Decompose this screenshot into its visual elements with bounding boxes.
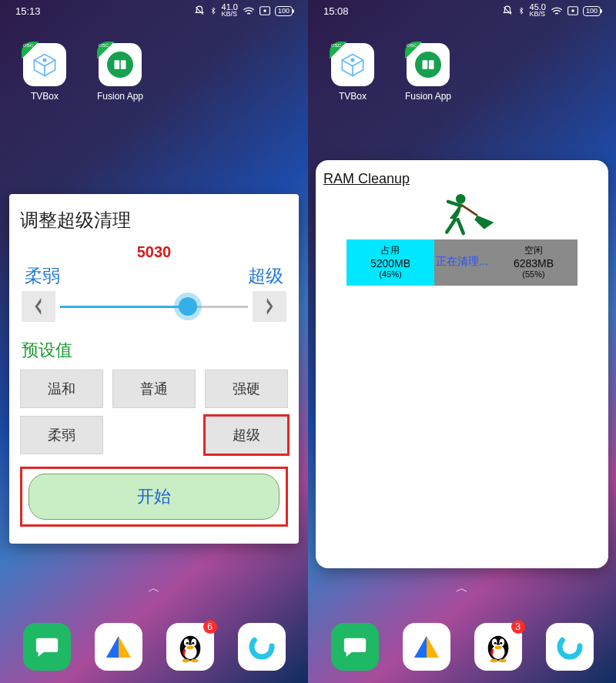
qq-penguin-icon: [176, 631, 205, 663]
battery-icon: 100: [583, 6, 601, 16]
svg-point-19: [351, 59, 353, 61]
preset-button[interactable]: 超级: [205, 416, 288, 454]
sweeping-person-icon: [427, 192, 497, 236]
nav-up-caret-icon[interactable]: ︿: [148, 581, 160, 597]
svg-point-22: [456, 194, 466, 204]
dock-qq[interactable]: 3: [474, 623, 522, 671]
preset-button[interactable]: 强硬: [205, 370, 288, 408]
app-label: Fusion App: [405, 91, 451, 102]
ram-used-segment: 占用 5200MB (45%): [346, 239, 434, 286]
svg-point-11: [186, 642, 188, 644]
dock-qq[interactable]: 6: [166, 623, 214, 671]
osc-badge-icon: OSC: [22, 42, 38, 59]
qq-badge: 6: [203, 620, 217, 634]
triangle-colors-icon: [411, 631, 442, 662]
net-speed: 45.0 KB/S: [530, 4, 546, 18]
svg-rect-21: [429, 60, 434, 69]
svg-rect-3: [115, 60, 120, 69]
preset-button[interactable]: 柔弱: [20, 416, 103, 454]
app-tvbox[interactable]: OSC TVBox: [20, 43, 69, 102]
cleanup-slider[interactable]: [60, 291, 248, 322]
start-button[interactable]: 开始: [28, 474, 280, 520]
volte-icon: [567, 6, 578, 15]
qq-penguin-icon: [484, 631, 513, 663]
cleanup-dialog: 调整超级清理 5030 柔弱 超级 预设值 温和普通强硬柔弱超级 开始: [9, 194, 299, 544]
app-label: TVBox: [31, 91, 59, 102]
svg-point-31: [494, 646, 502, 649]
dnd-icon: [502, 5, 513, 16]
ram-free-segment: 空闲 6283MB (55%): [490, 239, 578, 286]
dnd-icon: [194, 5, 205, 16]
app-tvbox[interactable]: OSC TVBox: [328, 43, 377, 102]
svg-point-18: [572, 10, 574, 12]
svg-marker-6: [106, 636, 119, 658]
svg-rect-4: [121, 60, 126, 69]
home-apps-row: OSC TVBox OSC Fusion App: [20, 43, 145, 102]
bluetooth-icon: [517, 5, 525, 16]
wifi-icon: [243, 6, 255, 15]
app-fusion[interactable]: OSC Fusion App: [95, 43, 145, 102]
dock-app-2[interactable]: [95, 623, 142, 671]
dialog-title: 调整超级清理: [20, 208, 288, 233]
chat-bubble-icon: [34, 634, 60, 660]
status-time: 15:08: [323, 5, 502, 17]
svg-point-29: [494, 642, 496, 644]
dock: 3: [308, 623, 616, 671]
chevron-left-icon: [33, 298, 44, 315]
qq-badge: 3: [511, 620, 525, 634]
home-apps-row: OSC TVBox OSC Fusion App: [328, 43, 453, 102]
net-speed: 41.0 KB/S: [222, 4, 238, 18]
slider-readout: 5030: [20, 243, 288, 261]
wifi-icon: [551, 6, 563, 15]
dock-messages[interactable]: [331, 623, 379, 671]
app-label: TVBox: [339, 91, 367, 102]
svg-point-13: [186, 646, 194, 649]
chevron-right-icon: [264, 298, 275, 315]
phone-left: 15:13 41.0 KB/S 100 OSC TVBox: [0, 0, 308, 683]
browser-ring-icon: [554, 631, 585, 662]
fusion-icon: [415, 52, 441, 78]
volte-icon: [259, 6, 270, 15]
status-bar: 15:13 41.0 KB/S 100: [0, 0, 308, 22]
slider-decrement-button[interactable]: [22, 291, 55, 322]
svg-point-30: [500, 642, 502, 644]
ram-cleaning-segment: 正在清理...: [434, 239, 490, 286]
ram-title: RAM Cleanup: [323, 171, 601, 187]
presets-label: 预设值: [22, 339, 286, 362]
osc-badge-icon: OSC: [330, 42, 346, 59]
chat-bubble-icon: [342, 634, 368, 660]
app-label: Fusion App: [97, 91, 143, 102]
svg-point-15: [190, 659, 198, 662]
svg-point-1: [264, 10, 266, 12]
triangle-colors-icon: [103, 631, 134, 662]
slider-min-label: 柔弱: [25, 264, 60, 288]
app-fusion[interactable]: OSC Fusion App: [403, 43, 453, 102]
start-highlight: 开始: [20, 467, 288, 527]
dock: 6: [0, 623, 308, 671]
svg-point-14: [182, 659, 189, 662]
svg-point-33: [498, 659, 506, 662]
preset-button[interactable]: 温和: [20, 370, 103, 408]
ram-bar: 占用 5200MB (45%) 正在清理... 空闲 6283MB (55%): [346, 239, 578, 286]
slider-increment-button[interactable]: [253, 291, 286, 322]
svg-point-16: [252, 637, 272, 657]
svg-point-2: [43, 59, 45, 61]
status-bar: 15:08 45.0 KB/S 100: [308, 0, 616, 22]
status-time: 15:13: [15, 5, 194, 17]
browser-ring-icon: [246, 631, 277, 662]
dock-browser[interactable]: [546, 623, 594, 671]
dock-messages[interactable]: [23, 623, 71, 671]
svg-point-34: [560, 637, 580, 657]
bluetooth-icon: [209, 5, 217, 16]
svg-point-32: [490, 659, 497, 662]
preset-button[interactable]: 普通: [112, 370, 196, 408]
nav-up-caret-icon[interactable]: ︿: [456, 581, 468, 597]
slider-max-label: 超级: [248, 264, 283, 288]
phone-right: 15:08 45.0 KB/S 100 OSC TVBox: [308, 0, 616, 683]
dock-browser[interactable]: [238, 623, 286, 671]
dock-app-2[interactable]: [403, 623, 450, 671]
svg-rect-20: [423, 60, 428, 69]
ram-cleanup-card: RAM Cleanup 占用 5200MB (45%) 正在清理... 空闲 6…: [316, 160, 608, 568]
battery-icon: 100: [275, 6, 293, 16]
fusion-icon: [107, 52, 133, 78]
